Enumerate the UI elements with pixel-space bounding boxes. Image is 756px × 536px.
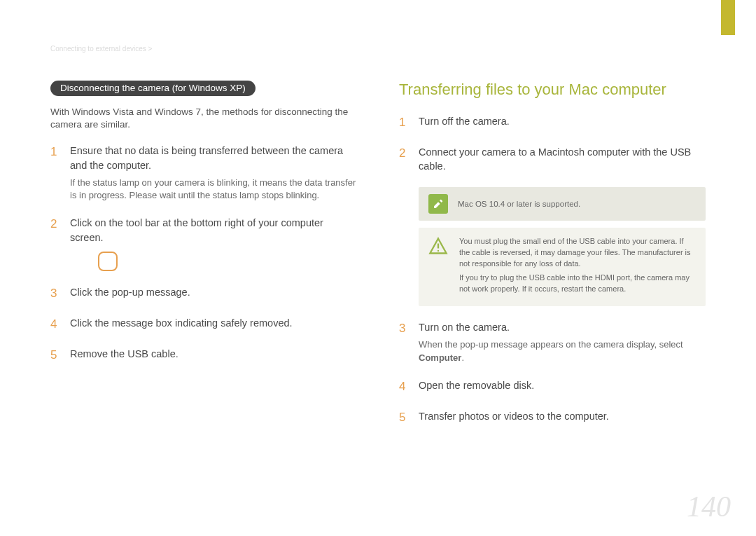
warning-box: You must plug the small end of the USB c… <box>419 228 706 306</box>
step-text: Click <box>70 217 94 228</box>
step-item: 3 Turn on the camera. When the pop-up me… <box>399 320 706 364</box>
step-number: 4 <box>399 378 409 395</box>
step-text: Transfer photos or videos to the compute… <box>419 411 609 422</box>
step-item: 5 Remove the USB cable. <box>50 347 357 364</box>
left-column: Disconnecting the camera (for Windows XP… <box>50 81 357 439</box>
warning-text: If you try to plug the USB cable into th… <box>459 273 696 295</box>
step-item: 1 Turn off the camera. <box>399 114 706 131</box>
step-item: 2 Connect your camera to a Macintosh com… <box>399 145 706 174</box>
step-text: Click the message box indicating safely … <box>70 317 293 329</box>
warning-text: You must plug the small end of the USB c… <box>459 236 696 270</box>
page-number: 140 <box>687 490 731 523</box>
step-subtext: If the status lamp on your camera is bli… <box>70 177 357 202</box>
step-subtext: When the pop-up message appears on the c… <box>419 338 706 364</box>
step-text: Open the removable disk. <box>419 380 534 391</box>
step-number: 1 <box>399 114 409 131</box>
step-text: Remove the USB cable. <box>70 348 178 359</box>
note-text: Mac OS 10.4 or later is supported. <box>458 200 580 208</box>
step-number: 2 <box>399 145 409 174</box>
right-column: Transferring files to your Mac computer … <box>399 81 706 439</box>
step-text: Ensure that no data is being transferred… <box>70 145 343 170</box>
step-item: 5 Transfer photos or videos to the compu… <box>399 409 706 426</box>
step-number: 3 <box>399 320 409 364</box>
section-title: Transferring files to your Mac computer <box>399 81 706 99</box>
intro-text: With Windows Vista and Windows 7, the me… <box>50 106 357 131</box>
section-tab-marker <box>721 0 735 35</box>
step-number: 5 <box>399 409 409 426</box>
svg-point-1 <box>438 250 439 252</box>
step-item: 4 Open the removable disk. <box>399 378 706 395</box>
step-number: 2 <box>50 216 60 271</box>
pen-note-icon <box>428 194 448 214</box>
toolbar-tray-icon <box>98 252 118 271</box>
warning-triangle-icon <box>428 236 449 298</box>
subsection-pill: Disconnecting the camera (for Windows XP… <box>50 81 255 96</box>
step-number: 3 <box>50 285 60 302</box>
step-item: 2 Click on the tool bar at the bottom ri… <box>50 216 357 271</box>
step-number: 4 <box>50 316 60 333</box>
breadcrumb: Connecting to external devices > <box>50 45 152 53</box>
step-number: 1 <box>50 144 60 202</box>
note-box: Mac OS 10.4 or later is supported. <box>419 187 706 221</box>
step-text: on the tool bar at the bottom right of y… <box>70 217 323 242</box>
step-item: 1 Ensure that no data is being transferr… <box>50 144 357 202</box>
step-text: Click the pop-up message. <box>70 287 190 298</box>
step-text: Turn on the camera. <box>419 322 510 333</box>
step-number: 5 <box>50 347 60 364</box>
step-text: Connect your camera to a Macintosh compu… <box>419 146 691 172</box>
step-text: Turn off the camera. <box>419 116 510 127</box>
step-item: 4 Click the message box indicating safel… <box>50 316 357 333</box>
step-item: 3 Click the pop-up message. <box>50 285 357 302</box>
